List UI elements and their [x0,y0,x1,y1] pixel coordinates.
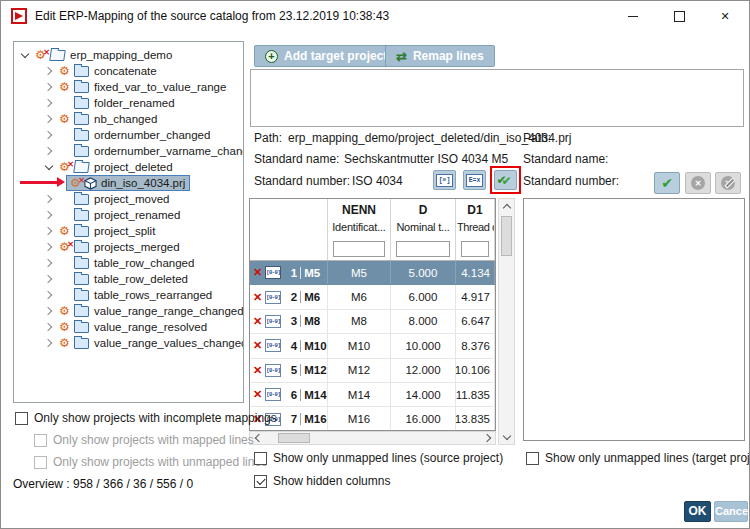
table-row-m5[interactable]: [0-9]1M5 M5 5.000 4.134 [250,261,495,285]
horizontal-scrollbar[interactable] [249,431,496,445]
chevron-right-icon[interactable] [42,288,56,302]
chevron-right-icon[interactable] [42,128,56,142]
tree-item-fixed-var-to-value-range[interactable]: fixed_var_to_value_range [14,79,243,95]
tree-item-projects-merged[interactable]: projects_merged [14,239,243,255]
tree-item-ordernumber-varname-changed[interactable]: ordernumber_varname_changed [14,143,243,159]
horizontal-scroll-thumb[interactable] [278,433,310,443]
tree-item-project-split[interactable]: project_split [14,223,243,239]
vertical-scroll-thumb[interactable] [501,216,512,256]
chevron-right-icon[interactable] [42,144,56,158]
confirm-mapping-button[interactable]: ✔ [654,172,680,194]
table-row-m6[interactable]: [0-9]2M6 M6 6.000 4.917 [250,285,495,309]
chevron-right-icon[interactable] [42,304,56,318]
delete-line-icon[interactable] [253,315,262,328]
chevron-right-icon[interactable] [42,80,56,94]
delete-line-icon[interactable] [253,364,262,377]
checkbox-icon [34,456,47,469]
chevron-right-icon[interactable] [42,272,56,286]
tree-item-table-row-deleted[interactable]: table_row_deleted [14,271,243,287]
show-unmapped-target-checkbox[interactable]: Show only unmapped lines (target project… [526,451,750,465]
checkbox-icon[interactable] [526,452,539,465]
gear-changed-icon [69,177,82,190]
cell-d1: 4.134 [456,261,495,284]
scroll-right-icon[interactable] [481,432,495,444]
close-icon[interactable] [717,8,733,24]
number-mapping-icon[interactable]: [0-9] [265,291,281,304]
column-header-d[interactable]: D [391,199,456,219]
gear-icon [58,225,71,238]
chevron-right-icon[interactable] [42,256,56,270]
tree-item-value-range-values-changed[interactable]: value_range_values_changed [14,335,243,351]
formula-mapping-icon: E=x [466,174,483,187]
scroll-down-icon[interactable] [499,430,514,444]
tree-item-ordernumber-changed[interactable]: ordernumber_changed [14,127,243,143]
tree-item-project-renamed[interactable]: project_renamed [14,207,243,223]
delete-line-icon[interactable] [253,291,262,304]
number-mapping-icon[interactable]: [0-9] [265,364,281,377]
filter-input-d[interactable] [396,241,450,257]
minimize-icon[interactable] [625,8,641,24]
checkbox-checked-icon[interactable] [254,475,267,488]
chevron-right-icon[interactable] [42,336,56,350]
chevron-right-icon[interactable] [42,112,56,126]
chevron-down-icon[interactable] [18,48,32,62]
number-mapping-icon[interactable]: [0-9] [265,388,281,401]
chevron-right-icon[interactable] [42,224,56,238]
tree-item-nb-changed[interactable]: nb_changed [14,111,243,127]
chevron-right-icon[interactable] [42,320,56,334]
maximize-icon[interactable] [671,8,687,24]
tree-item-folder-renamed[interactable]: folder_renamed [14,95,243,111]
filter-incomplete-mappings[interactable]: Only show projects with incomplete mappi… [15,411,277,425]
checkbox-icon[interactable] [15,412,28,425]
checkbox-icon [34,434,47,447]
ok-button[interactable]: OK [684,501,711,522]
gear-changed-icon [58,161,71,174]
scroll-up-icon[interactable] [499,199,514,213]
source-standard-number-label: Standard number: [254,174,350,188]
number-mapping-icon[interactable]: [0-9] [265,315,281,328]
delete-line-icon[interactable] [253,266,262,279]
chevron-right-icon[interactable] [42,208,56,222]
tree-selection-highlight[interactable]: din_iso_4034.prj [66,175,190,191]
tree-item-table-row-changed[interactable]: table_row_changed [14,255,243,271]
tree-item-value-range-range-changed[interactable]: value_range_range_changed [14,303,243,319]
checkbox-icon[interactable] [254,452,267,465]
tree-item-din-iso-4034-selected[interactable]: din_iso_4034.prj [14,175,243,191]
delete-line-icon[interactable] [253,388,262,401]
tree-item-erp-mapping-demo[interactable]: erp_mapping_demo [14,47,243,63]
chevron-right-icon[interactable] [42,64,56,78]
filter-unmapped-lines: Only show projects with unmapped lines [34,455,267,469]
tree-item-table-rows-rearranged[interactable]: table_rows_rearranged [14,287,243,303]
add-target-project-button[interactable]: + Add target project [254,45,398,67]
table-row-m8[interactable]: [0-9]3M8 M8 8.000 6.647 [250,310,495,334]
tree-item-project-deleted[interactable]: project_deleted [14,159,243,175]
table-row-m12[interactable]: [0-9]5M12 M12 12.000 10.106 [250,359,495,383]
apply-mapping-button[interactable] [494,170,517,190]
vertical-scrollbar[interactable] [498,198,515,445]
chevron-down-icon[interactable] [42,160,56,174]
table-row-m16[interactable]: [0-9]7M16 M16 16.000 13.835 [250,407,495,431]
column-header-d1[interactable]: D1 [456,199,495,219]
show-unmapped-source-checkbox[interactable]: Show only unmapped lines (source project… [254,451,503,465]
tree-item-project-moved[interactable]: project_moved [14,191,243,207]
table-row-m14[interactable]: [0-9]6M14 M14 14.000 11.835 [250,383,495,407]
tree-item-concatenate[interactable]: concatenate [14,63,243,79]
chevron-right-icon[interactable] [42,192,56,206]
chevron-right-icon[interactable] [42,240,56,254]
value-mapping-button[interactable]: [≡] [433,170,456,190]
tree-item-value-range-resolved[interactable]: value_range_resolved [14,319,243,335]
number-mapping-icon[interactable]: [0-9] [265,339,281,352]
delete-line-icon[interactable] [253,339,262,352]
formula-mapping-button[interactable]: E=x [463,170,486,190]
show-hidden-columns-checkbox[interactable]: Show hidden columns [254,474,390,488]
filter-input-d1[interactable] [461,241,489,257]
table-row-m10[interactable]: [0-9]4M10 M10 10.000 8.376 [250,334,495,358]
open-folder-icon [49,50,66,61]
filter-input-nenn[interactable] [333,241,385,257]
cancel-button[interactable]: Cancel [714,501,748,522]
number-mapping-icon[interactable]: [0-9] [265,266,281,279]
gear-icon [58,81,71,94]
chevron-right-icon[interactable] [42,96,56,110]
remap-lines-button[interactable]: ⇄ Remap lines [385,45,495,67]
column-header-nenn[interactable]: NENN [328,199,391,219]
